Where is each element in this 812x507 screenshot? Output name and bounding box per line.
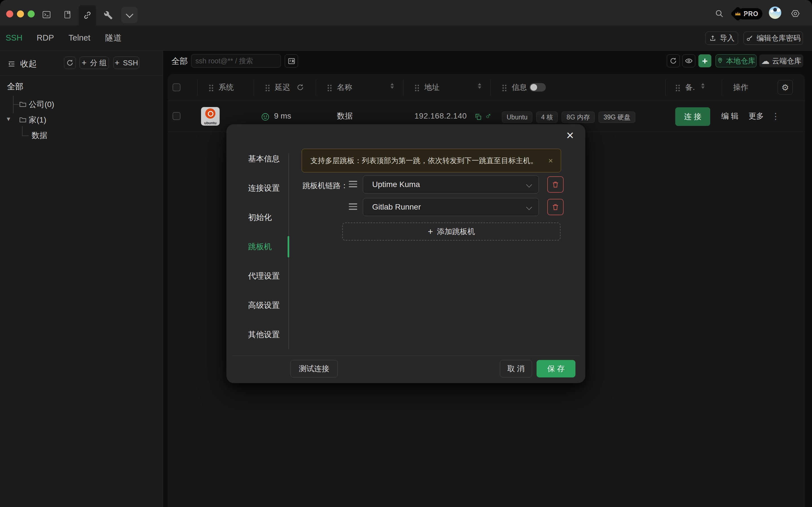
trash-icon [552, 203, 559, 211]
credential-male-icon[interactable]: ♂ [485, 111, 492, 121]
chevron-down-icon [126, 10, 133, 18]
collapse-sidebar-button[interactable]: 收起 [7, 58, 37, 69]
edit-repo-password-label: 编辑仓库密码 [757, 33, 801, 43]
search-button[interactable] [714, 8, 724, 18]
scope-label: 全部 [171, 56, 188, 67]
drag-handle-icon[interactable] [349, 203, 357, 210]
modal-nav-proxy[interactable]: 代理设置 [248, 270, 299, 282]
modal-close-button[interactable]: × [563, 128, 577, 142]
connect-button[interactable]: 连 接 [675, 107, 710, 126]
drag-handle-dots-icon[interactable] [327, 84, 332, 91]
sort-name-control[interactable] [391, 83, 394, 89]
cloud-icon: ☁ [761, 56, 770, 66]
sort-address-control[interactable] [478, 83, 481, 89]
header-name[interactable]: 名称 [337, 79, 352, 95]
modal-nav-other[interactable]: 其他设置 [248, 329, 299, 340]
info-toggle-switch[interactable] [529, 83, 546, 92]
refresh-latency-icon[interactable] [297, 83, 304, 91]
key-icon [746, 35, 753, 42]
snippets-tab-button[interactable] [62, 10, 72, 20]
cancel-button[interactable]: 取 消 [500, 360, 532, 378]
chain-label: 跳板机链路： [303, 180, 348, 191]
edit-button[interactable]: 编 辑 [721, 101, 739, 131]
delete-jump-1-button[interactable] [547, 176, 564, 193]
header-system[interactable]: 系统 [218, 79, 234, 95]
edit-repo-password-button[interactable]: 编辑仓库密码 [744, 32, 803, 45]
drag-handle-dots-icon[interactable] [414, 84, 419, 91]
add-jump-server-button[interactable]: + 添加跳板机 [342, 223, 560, 240]
more-ellipsis-icon[interactable]: ⋮ [771, 101, 780, 131]
jump-server-select-2[interactable]: Gitlab Runner [363, 198, 539, 216]
drag-handle-icon[interactable] [349, 181, 357, 187]
modal-nav-init[interactable]: 初始化 [248, 212, 299, 223]
host-search-input[interactable] [191, 54, 281, 68]
copy-address-icon[interactable] [474, 113, 482, 121]
modal-nav-connection[interactable]: 连接设置 [248, 182, 299, 194]
test-connection-button[interactable]: 测试连接 [290, 360, 338, 378]
import-button[interactable]: 导入 [705, 32, 738, 45]
eye-icon [685, 57, 693, 65]
drag-handle-dots-icon[interactable] [675, 84, 680, 91]
save-button[interactable]: 保 存 [537, 360, 575, 378]
banner-close-icon[interactable]: × [548, 156, 553, 165]
tree-item-all[interactable]: 全部 [7, 81, 23, 93]
drag-handle-dots-icon[interactable] [502, 84, 507, 91]
tab-rdp[interactable]: RDP [37, 25, 54, 50]
keychain-tab-button[interactable] [103, 10, 113, 20]
tree-item-home[interactable]: 家(1) [29, 114, 46, 126]
settings-button[interactable] [790, 8, 801, 18]
tab-ssh[interactable]: SSH [6, 25, 22, 50]
caret-down-icon[interactable]: ▾ [7, 115, 10, 123]
location-pin-icon [717, 57, 723, 64]
modal-nav-basic-info[interactable]: 基本信息 [248, 153, 299, 165]
host-card-view-button[interactable] [285, 54, 298, 68]
jump-server-select-1[interactable]: Uptime Kuma [363, 175, 539, 193]
sort-remark-control[interactable] [701, 83, 705, 89]
user-avatar[interactable] [769, 6, 781, 19]
add-host-button[interactable]: + [698, 54, 711, 67]
drag-handle-dots-icon[interactable] [265, 84, 270, 91]
tab-tunnel[interactable]: 隧道 [105, 25, 121, 50]
header-actions: 操作 [733, 79, 748, 95]
hosts-tab-button-active[interactable] [79, 5, 96, 25]
jump-info-banner: 支持多层跳板：列表顶部为第一跳，依次转发到下一跳直至目标主机。 × [302, 149, 561, 172]
minimize-window-button[interactable] [17, 10, 24, 17]
modal-nav-jump-server[interactable]: 跳板机 [248, 241, 299, 252]
cloud-repo-button[interactable]: ☁ 云端仓库 [759, 54, 803, 67]
table-settings-button[interactable]: ⚙ [777, 80, 793, 95]
tab-telnet[interactable]: Telnet [68, 25, 90, 50]
tree-item-company[interactable]: 公司(0) [29, 99, 54, 110]
tag-os: Ubuntu [502, 112, 532, 123]
select-all-checkbox[interactable] [172, 83, 181, 91]
terminal-tab-button[interactable] [42, 10, 52, 20]
more-tabs-button[interactable] [121, 7, 138, 23]
chevron-down-icon [526, 204, 532, 210]
header-address[interactable]: 地址 [424, 79, 440, 95]
close-window-button[interactable] [6, 10, 13, 17]
drag-handle-dots-icon[interactable] [209, 84, 214, 91]
refresh-tree-button[interactable] [64, 57, 76, 69]
refresh-list-button[interactable] [667, 54, 680, 67]
tree-item-data[interactable]: 数据 [32, 130, 47, 141]
toggle-visibility-button[interactable] [682, 54, 695, 67]
latency-ok-smiley-icon [261, 112, 270, 121]
modal-nav-advanced[interactable]: 高级设置 [248, 300, 299, 311]
row-checkbox[interactable] [172, 112, 181, 120]
more-button[interactable]: 更多 [749, 101, 764, 131]
tree-line [22, 126, 22, 136]
header-latency[interactable]: 延迟 [275, 79, 290, 95]
tree-line [22, 135, 29, 136]
import-label: 导入 [720, 33, 734, 43]
add-group-button[interactable]: + 分 组 [80, 57, 109, 69]
contact-card-icon [288, 57, 296, 65]
sidebar-header: 收起 + 分 组 + SSH [0, 51, 163, 75]
refresh-icon [670, 57, 677, 64]
local-repo-button[interactable]: 本地仓库 [716, 54, 756, 67]
maximize-window-button[interactable] [28, 10, 35, 17]
add-ssh-button[interactable]: + SSH [113, 57, 139, 69]
header-remark[interactable]: 备. [685, 79, 695, 95]
header-info[interactable]: 信息 [512, 79, 527, 95]
delete-jump-2-button[interactable] [547, 199, 564, 215]
sidebar: 收起 + 分 组 + SSH 全部 公司(0) ▾ [0, 51, 163, 507]
column-divider [491, 79, 491, 96]
